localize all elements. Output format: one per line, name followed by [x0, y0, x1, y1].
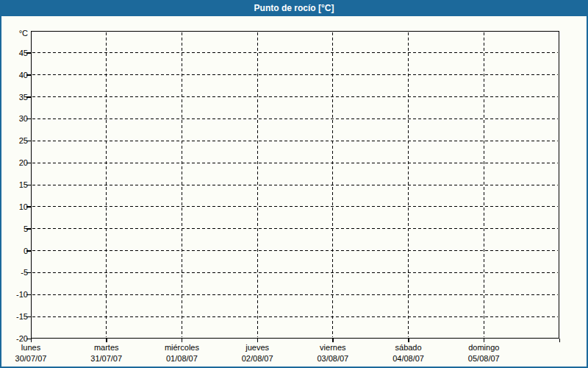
h-gridline — [32, 118, 558, 119]
v-gridline — [484, 32, 484, 337]
x-day-name: sábado — [370, 343, 447, 353]
h-gridline — [32, 52, 558, 53]
x-tick-mark — [182, 339, 183, 342]
x-day-date: 03/08/07 — [295, 354, 371, 364]
y-tick-label: 0 — [3, 247, 28, 255]
h-gridline — [32, 228, 558, 229]
x-day-name: viernes — [295, 343, 371, 353]
x-day-name: lunes — [0, 343, 69, 353]
x-day-name: martes — [68, 343, 145, 353]
h-gridline — [32, 74, 558, 75]
y-tick-label: -10 — [3, 290, 28, 299]
y-tick-label: 10 — [3, 202, 28, 211]
x-day-date: 30/07/07 — [0, 354, 69, 364]
x-day-date: 05/08/07 — [445, 354, 522, 364]
x-day-name: jueves — [219, 343, 295, 353]
h-gridline — [32, 294, 558, 295]
h-gridline — [32, 96, 558, 97]
y-tick-label: -15 — [3, 312, 28, 321]
h-gridline — [32, 206, 558, 207]
x-day-date: 31/07/07 — [68, 354, 145, 364]
x-day-name: miércoles — [143, 343, 220, 353]
h-gridline — [32, 163, 558, 163]
x-tick-mark — [257, 339, 259, 342]
title-bar: Punto de rocío [°C] — [0, 0, 588, 16]
v-gridline — [182, 32, 182, 337]
v-gridline — [257, 32, 258, 337]
y-tick-label: -5 — [3, 268, 28, 277]
h-gridline — [32, 141, 558, 141]
h-gridline — [32, 272, 558, 273]
y-tick-label: 5 — [3, 224, 28, 233]
y-tick-label: 40 — [3, 71, 28, 79]
y-axis-unit-label: °C — [3, 29, 28, 38]
chart-window: Punto de rocío [°C] °C 45403530252015105… — [0, 0, 588, 368]
v-gridline — [332, 32, 333, 337]
h-gridline — [32, 250, 558, 251]
y-tick-label: 35 — [3, 93, 28, 102]
y-tick-label: 45 — [3, 49, 28, 57]
y-tick-label: 25 — [3, 136, 28, 145]
x-tick-mark — [484, 339, 485, 342]
x-tick-mark — [106, 339, 107, 342]
window-title: Punto de rocío [°C] — [254, 3, 334, 13]
x-day-date: 02/08/07 — [219, 354, 295, 364]
y-tick-label: 30 — [3, 114, 28, 123]
x-tick-mark — [332, 339, 334, 342]
x-tick-mark — [31, 339, 32, 342]
h-gridline — [32, 316, 558, 317]
y-tick-label: -20 — [3, 334, 28, 343]
x-day-date: 04/08/07 — [370, 354, 447, 364]
x-day-date: 01/08/07 — [143, 354, 220, 364]
h-gridline — [32, 185, 558, 185]
v-gridline — [408, 32, 409, 337]
x-tick-mark — [559, 339, 561, 342]
y-tick-label: 20 — [3, 158, 28, 167]
y-tick-label: 15 — [3, 180, 28, 189]
v-gridline — [106, 32, 107, 337]
x-tick-mark — [408, 339, 409, 342]
x-day-name: domingo — [445, 343, 522, 353]
